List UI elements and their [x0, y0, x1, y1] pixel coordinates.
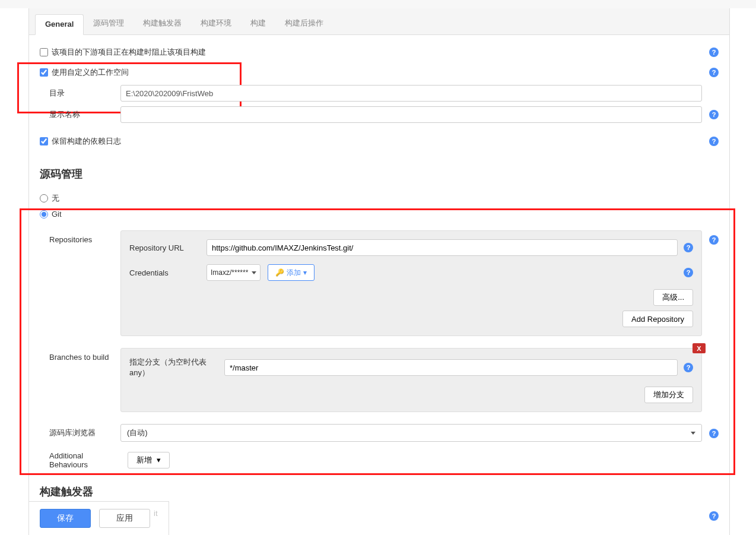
caret-down-icon: ▾	[157, 455, 161, 464]
help-icon[interactable]: ?	[684, 243, 693, 252]
scm-git-wrapper: Git Repositories Repository URL ? Creden…	[40, 208, 719, 469]
help-icon[interactable]: ?	[709, 137, 719, 146]
section-title-scm: 源码管理	[40, 167, 719, 181]
content-area: 该项目的下游项目正在构建时阻止该项目构建 ? 使用自定义的工作空间 ? 目录 显…	[29, 35, 729, 535]
help-icon[interactable]: ?	[709, 511, 719, 521]
input-display-name[interactable]	[120, 106, 702, 123]
label-additional: Additional Behaviours	[49, 451, 128, 469]
input-branch-spec[interactable]	[224, 359, 678, 376]
additional-behaviour-button[interactable]: 新增 ▾	[128, 452, 170, 468]
caret-down-icon	[691, 432, 695, 435]
tab-scm[interactable]: 源码管理	[84, 13, 134, 34]
add-repository-button[interactable]: Add Repository	[622, 311, 693, 327]
tab-post[interactable]: 构建后操作	[275, 13, 333, 34]
row-scm-git: Git	[40, 208, 719, 223]
tab-general[interactable]: General	[35, 14, 84, 35]
label-credentials: Credentials	[129, 268, 207, 277]
help-icon[interactable]: ?	[709, 110, 719, 119]
label-keep-deps: 保留构建的依赖日志	[52, 136, 121, 147]
row-directory: 目录	[49, 83, 719, 104]
add-credentials-button[interactable]: 🔑 添加 ▾	[268, 264, 315, 281]
row-custom-workspace: 使用自定义的工作空间 ?	[40, 62, 719, 83]
top-strip	[0, 0, 756, 8]
save-button[interactable]: 保存	[40, 509, 91, 528]
section-title-triggers: 构建触发器	[40, 485, 719, 499]
caret-down-icon: ▾	[303, 268, 307, 277]
help-icon[interactable]: ?	[709, 235, 719, 245]
additional-behaviour-label: 新增	[136, 455, 152, 464]
label-block-downstream: 该项目的下游项目正在构建时阻止该项目构建	[52, 47, 206, 58]
label-repositories: Repositories	[49, 230, 120, 336]
row-repo-url: Repository URL ?	[129, 239, 693, 256]
input-repo-url[interactable]	[207, 239, 678, 256]
radio-scm-none[interactable]	[40, 194, 48, 202]
label-scm-git: Git	[52, 210, 62, 219]
git-repo-browser: 源码库浏览器 (自动) ?	[49, 424, 719, 442]
config-panel: General 源码管理 构建触发器 构建环境 构建 构建后操作 该项目的下游项…	[28, 8, 730, 535]
label-branches: Branches to build	[49, 348, 120, 412]
repositories-block: Repository URL ? Credentials Imaxz/*****…	[120, 230, 702, 336]
label-display-name: 显示名称	[49, 109, 120, 120]
caret-down-icon	[252, 271, 256, 274]
help-icon[interactable]: ?	[684, 268, 693, 277]
git-repositories: Repositories Repository URL ? Credential…	[49, 230, 719, 336]
select-credentials-value: Imaxz/******	[211, 268, 248, 277]
select-repo-browser-value: (自动)	[127, 428, 148, 438]
help-icon[interactable]: ?	[709, 48, 719, 57]
select-credentials[interactable]: Imaxz/******	[207, 264, 261, 281]
delete-branch-button[interactable]: X	[693, 343, 706, 353]
label-repo-browser: 源码库浏览器	[49, 428, 120, 438]
label-branch-spec: 指定分支（为空时代表any）	[129, 357, 224, 378]
row-keep-deps: 保留构建的依赖日志 ?	[40, 131, 719, 151]
checkbox-keep-deps[interactable]	[40, 137, 48, 145]
row-credentials: Credentials Imaxz/****** 🔑 添加 ▾ ?	[129, 264, 693, 281]
row-block-downstream: 该项目的下游项目正在构建时阻止该项目构建 ?	[40, 42, 719, 62]
repo-right-buttons: 高级...	[129, 289, 693, 306]
tabs-row: General 源码管理 构建触发器 构建环境 构建 构建后操作	[29, 8, 729, 35]
git-branches: Branches to build X 指定分支（为空时代表any） ? 增加分…	[49, 348, 719, 412]
label-custom-workspace: 使用自定义的工作空间	[52, 67, 129, 78]
label-directory: 目录	[49, 88, 120, 99]
key-icon: 🔑	[275, 268, 284, 277]
git-additional: Additional Behaviours 新增 ▾	[49, 451, 719, 469]
checkbox-custom-workspace[interactable]	[40, 68, 48, 77]
select-repo-browser[interactable]: (自动)	[120, 424, 702, 442]
row-display-name: 显示名称 ?	[49, 104, 719, 125]
row-scm-none: 无	[40, 188, 719, 208]
add-credentials-label: 添加	[287, 268, 301, 278]
advanced-button[interactable]: 高级...	[653, 289, 693, 306]
radio-scm-git[interactable]	[40, 210, 48, 219]
tab-triggers[interactable]: 构建触发器	[134, 13, 191, 34]
help-icon[interactable]: ?	[709, 429, 719, 438]
branch-right-buttons: 增加分支	[129, 387, 693, 403]
row-branch-spec: 指定分支（为空时代表any） ?	[129, 357, 693, 378]
tab-build[interactable]: 构建	[241, 13, 275, 34]
checkbox-block-downstream[interactable]	[40, 48, 48, 56]
label-repo-url: Repository URL	[129, 243, 207, 252]
bottom-bar: 保存 应用 it	[28, 501, 169, 535]
input-directory[interactable]	[120, 85, 702, 102]
branches-block: X 指定分支（为空时代表any） ? 增加分支	[120, 348, 702, 412]
help-icon[interactable]: ?	[684, 363, 693, 372]
add-branch-button[interactable]: 增加分支	[644, 387, 693, 403]
tab-env[interactable]: 构建环境	[191, 13, 241, 34]
apply-button[interactable]: 应用	[99, 509, 150, 528]
repo-right-buttons-2: Add Repository	[129, 311, 693, 327]
ghost-text: it	[150, 509, 158, 528]
help-icon[interactable]: ?	[709, 68, 719, 77]
label-scm-none: 无	[52, 193, 59, 204]
